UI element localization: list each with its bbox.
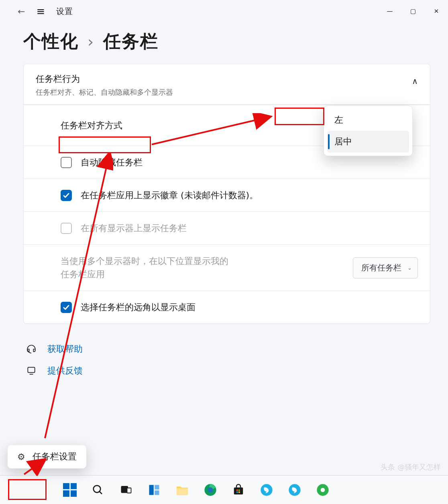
svg-rect-15 xyxy=(236,489,238,491)
auto-hide-label: 自动隐藏任务栏 xyxy=(81,156,143,169)
alignment-label: 任务栏对齐方式 xyxy=(61,119,122,132)
row-all-monitors[interactable]: 在所有显示器上显示任务栏 xyxy=(24,211,430,244)
gear-icon: ⚙ xyxy=(17,452,25,462)
svg-rect-0 xyxy=(28,367,35,372)
checkbox-show-desktop[interactable] xyxy=(61,302,72,313)
svg-rect-11 xyxy=(177,488,188,495)
all-monitors-label: 在所有显示器上显示任务栏 xyxy=(81,222,187,235)
task-view-icon[interactable] xyxy=(116,480,136,500)
get-help-link[interactable]: 获取帮助 xyxy=(26,343,430,355)
row-multi-monitor: 当使用多个显示器时，在以下位置显示我的任务栏应用 所有任务栏 ⌄ xyxy=(24,244,430,291)
row-badges[interactable]: 在任务栏应用上显示徽章 (未读邮件计数器)。 xyxy=(24,179,430,211)
svg-line-5 xyxy=(100,491,102,494)
section-header[interactable]: 任务栏行为 任务栏对齐、标记、自动隐藏和多个显示器 ∧ xyxy=(24,64,430,105)
taskbar-context-menu[interactable]: ⚙ 任务栏设置 xyxy=(7,445,87,469)
close-button[interactable]: ✕ xyxy=(425,0,448,22)
menu-button[interactable]: ≡ xyxy=(36,5,45,17)
taskbar-behavior-section: 任务栏行为 任务栏对齐、标记、自动隐藏和多个显示器 ∧ 任务栏对齐方式 自动隐藏… xyxy=(23,64,430,324)
row-show-desktop[interactable]: 选择任务栏的远角以显示桌面 xyxy=(24,291,430,323)
chevron-right-icon: › xyxy=(88,33,94,51)
titlebar: ← ≡ 设置 — ▢ ✕ xyxy=(0,0,448,22)
watermark: 头条 @骚年又怎样 xyxy=(381,462,441,472)
store-icon[interactable] xyxy=(229,480,248,500)
breadcrumb: 个性化 › 任务栏 xyxy=(23,30,430,53)
app-title: 设置 xyxy=(56,6,73,17)
breadcrumb-current: 任务栏 xyxy=(103,30,159,53)
widgets-icon[interactable] xyxy=(145,480,164,500)
badges-label: 在任务栏应用上显示徽章 (未读邮件计数器)。 xyxy=(81,189,258,202)
show-desktop-label: 选择任务栏的远角以显示桌面 xyxy=(81,301,195,314)
checkbox-auto-hide[interactable] xyxy=(61,157,72,168)
checkbox-badges[interactable] xyxy=(61,190,72,201)
multi-monitor-value: 所有任务栏 xyxy=(361,263,401,272)
start-button[interactable] xyxy=(60,480,79,500)
svg-point-4 xyxy=(94,485,101,492)
alignment-popup: 左 居中 xyxy=(324,106,413,156)
svg-rect-17 xyxy=(236,491,238,493)
alignment-option-center[interactable]: 居中 xyxy=(327,131,409,152)
svg-rect-10 xyxy=(155,490,159,495)
svg-rect-18 xyxy=(238,491,240,493)
file-explorer-icon[interactable] xyxy=(173,480,192,500)
help-icon xyxy=(26,343,37,355)
app-icon-3[interactable] xyxy=(313,480,332,500)
svg-rect-8 xyxy=(149,485,154,495)
svg-point-22 xyxy=(321,488,325,492)
feedback-link[interactable]: 提供反馈 xyxy=(26,365,430,377)
maximize-button[interactable]: ▢ xyxy=(401,0,425,22)
taskbar-settings-label: 任务栏设置 xyxy=(33,451,77,463)
multi-monitor-label: 当使用多个显示器时，在以下位置显示我的任务栏应用 xyxy=(61,254,233,281)
checkbox-all-monitors[interactable] xyxy=(61,223,72,234)
chevron-down-icon: ⌄ xyxy=(407,265,412,271)
section-title: 任务栏行为 xyxy=(36,73,173,85)
taskbar[interactable] xyxy=(0,475,448,504)
multi-monitor-dropdown[interactable]: 所有任务栏 ⌄ xyxy=(353,257,418,278)
get-help-label: 获取帮助 xyxy=(47,343,83,355)
svg-rect-16 xyxy=(238,489,240,491)
search-icon[interactable] xyxy=(88,480,108,500)
section-subtitle: 任务栏对齐、标记、自动隐藏和多个显示器 xyxy=(36,87,173,97)
feedback-label: 提供反馈 xyxy=(47,365,83,377)
back-button[interactable]: ← xyxy=(18,6,25,16)
feedback-icon xyxy=(26,365,37,376)
svg-rect-9 xyxy=(155,485,159,489)
breadcrumb-parent[interactable]: 个性化 xyxy=(23,30,79,53)
alignment-option-left[interactable]: 左 xyxy=(327,109,409,131)
svg-point-13 xyxy=(208,487,213,492)
minimize-button[interactable]: — xyxy=(378,0,401,22)
edge-icon[interactable] xyxy=(201,480,220,500)
app-icon-2[interactable] xyxy=(285,480,304,500)
app-icon-1[interactable] xyxy=(257,480,276,500)
svg-rect-7 xyxy=(127,488,131,493)
chevron-up-icon[interactable]: ∧ xyxy=(412,76,418,86)
